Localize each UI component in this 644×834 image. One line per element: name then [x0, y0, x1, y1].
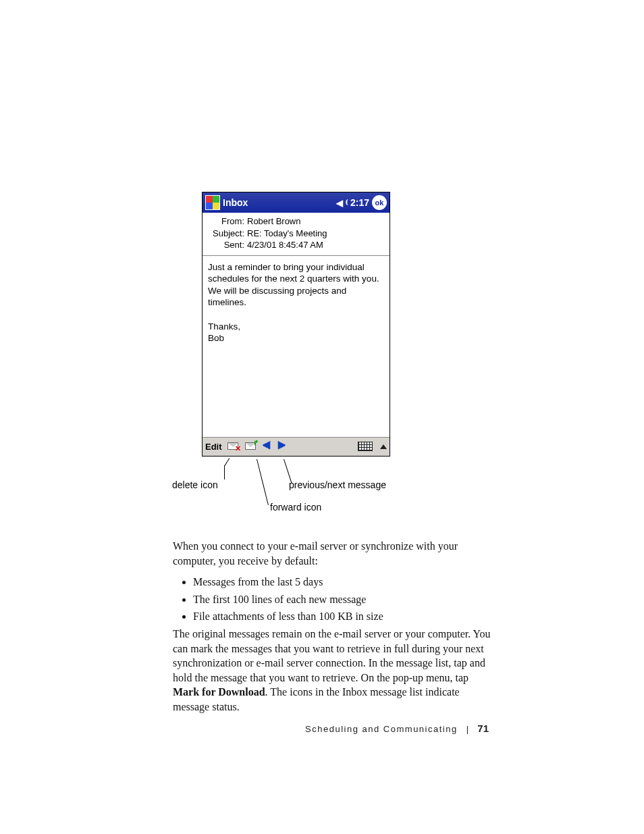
message-header: From: Robert Brown Subject: RE: Today's … [203, 213, 390, 256]
sent-value: 4/23/01 8:45:47 AM [247, 239, 385, 251]
message-body: Just a reminder to bring your individual… [203, 256, 390, 437]
subject-label: Subject: [207, 228, 244, 240]
body-paragraph-1: When you connect to your e-mail server o… [173, 539, 497, 631]
menu-bar: Edit ✕ ↱ ⯇ ⯈ [203, 437, 390, 456]
bullet-item: Messages from the last 5 days [193, 575, 497, 590]
previous-icon[interactable]: ⯇ [263, 440, 272, 451]
start-icon[interactable] [205, 195, 220, 210]
bullet-item: File attachments of less than 100 KB in … [193, 609, 497, 624]
callout-delete: delete icon [172, 479, 218, 490]
body-para-2: Thanks, [208, 321, 384, 333]
body-para-1: Just a reminder to bring your individual… [208, 261, 384, 309]
speaker-icon[interactable]: ◀ [336, 199, 343, 207]
body-para-3: Bob [208, 332, 384, 344]
from-label: From: [207, 215, 244, 228]
ok-button-label: ok [375, 199, 384, 207]
app-title: Inbox [223, 197, 248, 208]
leader-line [257, 459, 269, 505]
bullet-item: The first 100 lines of each new message [193, 592, 497, 607]
title-bar: Inbox ◀⦅ 2:17 ok [203, 192, 390, 213]
callout-forward: forward icon [270, 502, 321, 513]
sent-label: Sent: [207, 239, 244, 251]
subject-value: RE: Today's Meeting [247, 228, 385, 240]
sound-waves-icon: ⦅ [346, 199, 348, 205]
body-paragraph-2: The original messages remain on the e-ma… [173, 627, 497, 714]
leader-line [284, 459, 292, 484]
page-number: 71 [477, 723, 489, 734]
bullet-list: Messages from the last 5 days The first … [193, 575, 497, 624]
clock-time: 2:17 [350, 197, 369, 208]
delete-icon[interactable]: ✕ [227, 441, 240, 452]
leader-line [224, 466, 225, 479]
footer-section: Scheduling and Communicating [305, 724, 458, 734]
keyboard-icon[interactable] [358, 442, 373, 451]
ok-button[interactable]: ok [372, 195, 387, 210]
sip-up-icon[interactable] [380, 444, 387, 449]
leader-line [224, 458, 230, 466]
next-icon[interactable]: ⯈ [277, 440, 287, 451]
page-footer: Scheduling and Communicating | 71 [0, 723, 644, 734]
edit-menu[interactable]: Edit [205, 442, 222, 452]
callout-prevnext: previous/next message [289, 479, 386, 490]
from-value: Robert Brown [247, 215, 385, 228]
pocketpc-screenshot: Inbox ◀⦅ 2:17 ok From: Robert Brown Subj… [202, 192, 390, 457]
forward-icon[interactable]: ↱ [245, 441, 257, 452]
